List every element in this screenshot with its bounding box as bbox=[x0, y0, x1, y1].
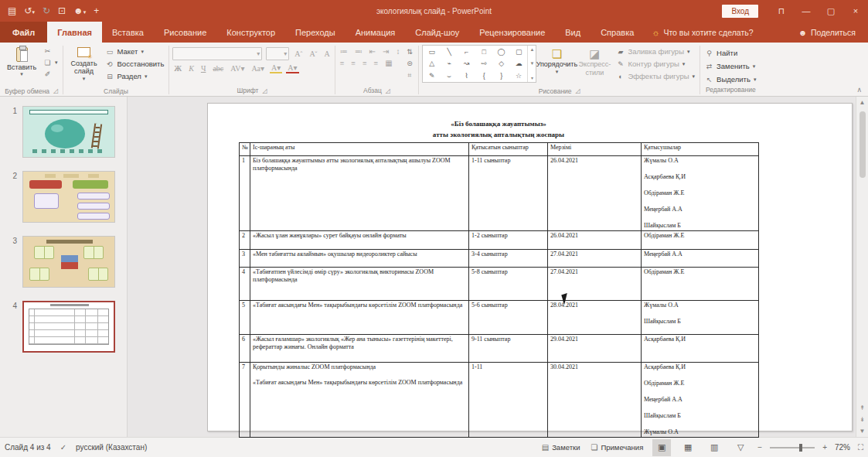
justify-icon[interactable]: ≡ bbox=[373, 59, 380, 67]
shape-icon[interactable]: ⌐ bbox=[465, 48, 468, 56]
bullets-icon[interactable]: ≔ bbox=[339, 47, 349, 56]
italic-button[interactable]: К bbox=[187, 64, 196, 73]
scroll-down-icon[interactable]: ▼ bbox=[856, 425, 868, 437]
shape-icon[interactable]: ⇨ bbox=[481, 60, 487, 67]
reset-button[interactable]: ⟲Восстановить bbox=[104, 59, 166, 69]
language-indicator[interactable]: русский (Казахстан) bbox=[76, 443, 147, 452]
undo-icon[interactable]: ↺▾ bbox=[24, 5, 35, 16]
sign-in-button[interactable]: Вход bbox=[722, 5, 758, 18]
slideshow-view-button[interactable]: ▽ bbox=[731, 439, 750, 456]
start-slideshow-icon[interactable]: ⊡ bbox=[58, 5, 66, 16]
previous-slide-icon[interactable]: ↟ bbox=[856, 402, 868, 414]
align-center-icon[interactable]: ≡ bbox=[349, 59, 357, 67]
tab-view[interactable]: Вид bbox=[555, 22, 591, 43]
slide-canvas[interactable]: «Біз болашаққа жауаптымыз» атты экология… bbox=[207, 103, 853, 431]
shape-icon[interactable]: ╲ bbox=[447, 48, 451, 56]
format-painter-button[interactable]: ✐ bbox=[42, 70, 60, 79]
columns-icon[interactable]: ▦ bbox=[383, 59, 393, 67]
strikethrough-button[interactable]: abc bbox=[211, 64, 225, 73]
shape-icon[interactable]: { bbox=[483, 72, 485, 80]
slide-1-thumbnail[interactable] bbox=[22, 106, 115, 158]
section-button[interactable]: ⊟Раздел▾ bbox=[104, 71, 166, 81]
notes-button[interactable]: ▤Заметки bbox=[540, 442, 582, 452]
underline-button[interactable]: Ч bbox=[199, 64, 208, 73]
share-button[interactable]: ☻ Поделиться bbox=[786, 22, 868, 43]
bold-button[interactable]: Ж bbox=[172, 64, 183, 73]
cut-button[interactable]: ✂ bbox=[42, 46, 60, 56]
restore-button[interactable]: ▢ bbox=[819, 0, 843, 22]
reading-view-button[interactable]: ▥ bbox=[705, 439, 723, 456]
tab-transitions[interactable]: Переходы bbox=[285, 22, 345, 43]
close-button[interactable]: × bbox=[843, 0, 868, 22]
shape-icon[interactable]: ▢ bbox=[516, 48, 523, 56]
fit-to-window-icon[interactable]: ⛶ bbox=[858, 443, 863, 452]
shape-icon[interactable]: □ bbox=[482, 48, 485, 56]
spellcheck-icon[interactable]: ✓ bbox=[60, 443, 66, 452]
ribbon-display-options-icon[interactable]: ⊓ bbox=[769, 0, 794, 22]
change-case-button[interactable]: Аа▾ bbox=[250, 64, 266, 73]
clear-formatting-icon[interactable]: А bbox=[322, 49, 331, 58]
dialog-launcher-icon[interactable]: ◿ bbox=[386, 87, 390, 94]
scrollbar-thumb[interactable] bbox=[859, 111, 866, 178]
shape-outline-button[interactable]: ✎Контур фигуры▾ bbox=[614, 59, 696, 69]
account-icon[interactable]: ☻▾ bbox=[73, 5, 86, 16]
grow-font-icon[interactable]: Аˆ bbox=[293, 49, 304, 58]
tab-draw[interactable]: Рисование bbox=[154, 22, 216, 43]
tab-home[interactable]: Главная bbox=[47, 22, 102, 43]
vertical-scrollbar[interactable]: ▲ ↟ ↡ ▼ bbox=[856, 97, 868, 437]
highlight-color-button[interactable]: А▾ bbox=[270, 63, 282, 73]
dialog-launcher-icon[interactable]: ◿ bbox=[53, 87, 58, 94]
shape-icon[interactable]: ◯ bbox=[498, 48, 505, 56]
save-icon[interactable]: ▤ bbox=[8, 5, 16, 16]
zoom-slider[interactable] bbox=[770, 447, 815, 448]
tab-file[interactable]: Файл bbox=[0, 22, 47, 43]
customize-toolbar-icon[interactable]: + bbox=[94, 5, 99, 16]
numbering-icon[interactable]: ≕ bbox=[353, 47, 364, 56]
decrease-indent-icon[interactable]: ⇤ bbox=[368, 47, 377, 56]
shape-icon[interactable]: △ bbox=[429, 60, 434, 67]
align-right-icon[interactable]: ≡ bbox=[361, 59, 369, 67]
convert-smartart-icon[interactable]: ⌗ bbox=[403, 70, 415, 80]
normal-view-button[interactable]: ▣ bbox=[652, 439, 671, 456]
new-slide-button[interactable]: Создать слайд ▾ bbox=[66, 45, 102, 86]
shape-icon[interactable]: ◇ bbox=[499, 60, 504, 67]
quick-styles-button[interactable]: ◪ Экспресс-стили bbox=[577, 45, 612, 86]
dialog-launcher-icon[interactable]: ◿ bbox=[262, 87, 267, 94]
font-color-button[interactable]: А▾ bbox=[286, 63, 298, 73]
slide-3-thumbnail[interactable] bbox=[22, 236, 115, 288]
tab-animations[interactable]: Анимация bbox=[345, 22, 406, 43]
shape-icon[interactable]: ⌁ bbox=[447, 60, 451, 67]
zoom-in-icon[interactable]: + bbox=[822, 443, 827, 452]
find-button[interactable]: ⚲Найти bbox=[703, 48, 757, 58]
next-slide-icon[interactable]: ↡ bbox=[856, 414, 868, 425]
font-name-select[interactable]: ▾ bbox=[172, 47, 262, 60]
shape-effects-button[interactable]: ◐Эффекты фигуры▾ bbox=[614, 71, 696, 81]
character-spacing-button[interactable]: AV▾ bbox=[229, 64, 246, 73]
collapse-ribbon-icon[interactable]: ∧ bbox=[856, 86, 862, 94]
dialog-launcher-icon[interactable]: ◿ bbox=[576, 87, 580, 94]
tab-design[interactable]: Конструктор bbox=[216, 22, 285, 43]
tab-review[interactable]: Рецензирование bbox=[469, 22, 555, 43]
tab-help[interactable]: Справка bbox=[591, 22, 644, 43]
shape-fill-button[interactable]: ▰Заливка фигуры▾ bbox=[614, 46, 696, 56]
shapes-gallery-scroll[interactable]: ▲ ▼ ▾ bbox=[527, 46, 536, 82]
replace-button[interactable]: ⇄Заменить▾ bbox=[703, 61, 757, 71]
paste-button[interactable]: Вставить ▾ bbox=[4, 45, 39, 86]
zoom-slider-knob[interactable] bbox=[799, 444, 802, 452]
tell-me-box[interactable]: ☼ Что вы хотите сделать? bbox=[644, 22, 761, 43]
shape-icon[interactable]: ☆ bbox=[516, 72, 522, 80]
slide-sorter-view-button[interactable]: ▦ bbox=[679, 439, 697, 456]
zoom-level[interactable]: 72% bbox=[835, 443, 850, 452]
layout-button[interactable]: ▭Макет▾ bbox=[104, 46, 166, 56]
line-spacing-icon[interactable]: ↕ bbox=[394, 47, 401, 56]
slide-table[interactable]: №Іс-шараның атыҚатысатын сыныптарМерзімі… bbox=[239, 142, 759, 438]
minimize-button[interactable]: — bbox=[794, 0, 819, 22]
shape-icon[interactable]: ▭ bbox=[428, 48, 435, 56]
zoom-out-icon[interactable]: − bbox=[757, 443, 762, 452]
font-size-select[interactable]: ▾ bbox=[266, 47, 289, 60]
arrange-button[interactable]: ❏ Упорядочить ▾ bbox=[539, 45, 574, 86]
align-left-icon[interactable]: ≡ bbox=[339, 59, 346, 67]
comments-button[interactable]: ❏Примечания bbox=[589, 442, 645, 452]
slide-4-thumbnail-selected[interactable] bbox=[22, 301, 115, 353]
shape-icon[interactable]: ⌇ bbox=[465, 72, 468, 80]
